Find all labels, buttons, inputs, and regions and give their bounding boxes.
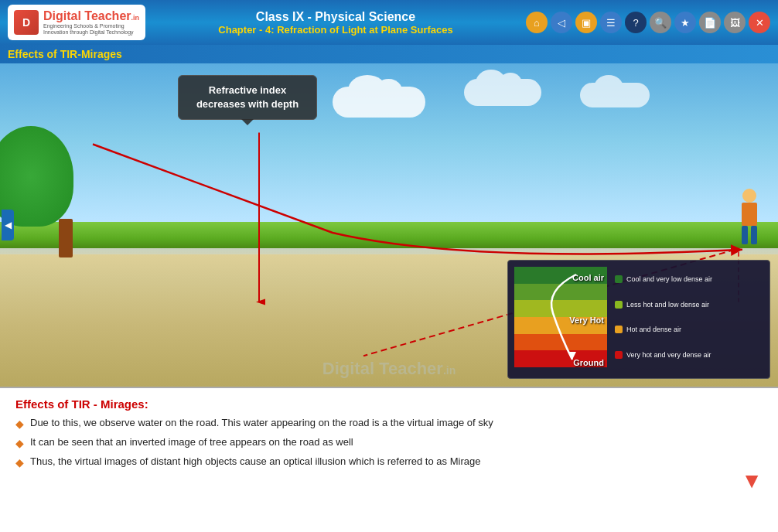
diamond-icon-2: ◆ bbox=[15, 437, 24, 449]
legend-text-4: Very hot and very dense air bbox=[626, 351, 711, 359]
header-nav: ⌂ ◁ ▣ ☰ ? 🔍 ★ 📄 🖼 ✕ bbox=[526, 12, 770, 33]
legend-dot-1 bbox=[615, 275, 623, 283]
search-button[interactable]: 🔍 bbox=[650, 12, 671, 33]
header-title: Class IX - Physical Science Chapter - 4:… bbox=[145, 10, 526, 36]
settings-button[interactable]: ☰ bbox=[600, 12, 622, 33]
home-button[interactable]: ⌂ bbox=[526, 12, 548, 33]
logo-tagline: Engineering Schools & Promoting bbox=[43, 23, 139, 29]
tree-trunk bbox=[59, 219, 73, 257]
tree bbox=[23, 118, 124, 257]
diamond-icon-1: ◆ bbox=[15, 418, 24, 430]
header-title-line1: Class IX - Physical Science bbox=[145, 10, 526, 24]
person-leg-right bbox=[751, 226, 757, 244]
screen-button[interactable]: ▣ bbox=[575, 12, 597, 33]
person-leg-left bbox=[742, 226, 748, 244]
logo-brand: Digital Teacher.in bbox=[43, 9, 139, 23]
legend-dot-2 bbox=[615, 301, 623, 309]
info-section: Effects of TIR - Mirages: ◆ Due to this,… bbox=[0, 388, 778, 532]
info-title: Effects of TIR - Mirages: bbox=[15, 397, 763, 411]
legend-item-3: Hot and dense air bbox=[615, 326, 763, 333]
person-head bbox=[742, 189, 756, 203]
logo: D Digital Teacher.in Engineering Schools… bbox=[8, 5, 145, 40]
gallery-button[interactable]: 🖼 bbox=[724, 12, 746, 33]
logo-brand-colored: Digital Teacher bbox=[43, 9, 131, 22]
header-title-line2: Chapter - 4: Refraction of Light at Plan… bbox=[145, 24, 526, 36]
info-text-3: Thus, the virtual images of distant high… bbox=[30, 455, 480, 467]
info-text-2: It can be seen that an inverted image of… bbox=[30, 436, 353, 448]
legend-item-4: Very hot and very dense air bbox=[615, 351, 763, 359]
legend-text-2: Less hot and low dense air bbox=[626, 301, 709, 309]
legend-dot-4 bbox=[615, 351, 623, 359]
nav-arrow-left[interactable]: ◀ bbox=[2, 210, 14, 240]
tooltip-box: Refractive index decreases with depth bbox=[178, 75, 317, 120]
notes-button[interactable]: 📄 bbox=[699, 12, 721, 33]
info-item-2: ◆ It can be seen that an inverted image … bbox=[15, 436, 763, 449]
legend-item-2: Less hot and low dense air bbox=[615, 301, 763, 309]
section-title-bar: Effects of TIR-Mirages bbox=[0, 45, 778, 63]
info-text-1: Due to this, we observe water on the roa… bbox=[30, 417, 493, 428]
cloud-2 bbox=[464, 79, 541, 106]
legend-layers: Cool air Very Hot Ground Cool and very l… bbox=[514, 267, 763, 367]
legend-dot-3 bbox=[615, 326, 623, 333]
scroll-down-icon[interactable]: ▼ bbox=[741, 469, 763, 493]
logo-tagline2: Innovation through Digital Technology bbox=[43, 29, 139, 36]
diamond-icon-3: ◆ bbox=[15, 456, 24, 469]
close-button[interactable]: ✕ bbox=[749, 12, 770, 33]
legend-item-1: Cool and very low dense air bbox=[615, 275, 763, 283]
person bbox=[735, 189, 763, 251]
header: D Digital Teacher.in Engineering Schools… bbox=[0, 0, 778, 45]
info-item-3: ◆ Thus, the virtual images of distant hi… bbox=[15, 455, 763, 469]
legend-text-1: Cool and very low dense air bbox=[626, 275, 712, 283]
section-title: Effects of TIR-Mirages bbox=[8, 48, 122, 60]
cloud-1 bbox=[333, 87, 425, 118]
cloud-3 bbox=[580, 83, 650, 107]
person-body bbox=[742, 203, 757, 226]
tooltip-text: Refractive index decreases with depth bbox=[196, 84, 299, 110]
logo-icon: D bbox=[14, 10, 39, 35]
logo-text: Digital Teacher.in Engineering Schools &… bbox=[43, 9, 139, 36]
person-legs bbox=[735, 226, 763, 244]
legend-text-3: Hot and dense air bbox=[626, 326, 681, 333]
legend-box: Cool air Very Hot Ground Cool and very l… bbox=[507, 260, 770, 379]
legend-light-path bbox=[514, 267, 607, 367]
bookmark-button[interactable]: ★ bbox=[674, 12, 696, 33]
legend-color-bars: Cool air Very Hot Ground bbox=[514, 267, 607, 367]
nav-button-1[interactable]: ◁ bbox=[551, 12, 572, 33]
info-item-1: ◆ Due to this, we observe water on the r… bbox=[15, 417, 763, 430]
legend-labels-right: Cool and very low dense air Less hot and… bbox=[607, 267, 763, 367]
animation-section: Refractive index decreases with depth bbox=[0, 63, 778, 388]
help-button[interactable]: ? bbox=[625, 12, 647, 33]
